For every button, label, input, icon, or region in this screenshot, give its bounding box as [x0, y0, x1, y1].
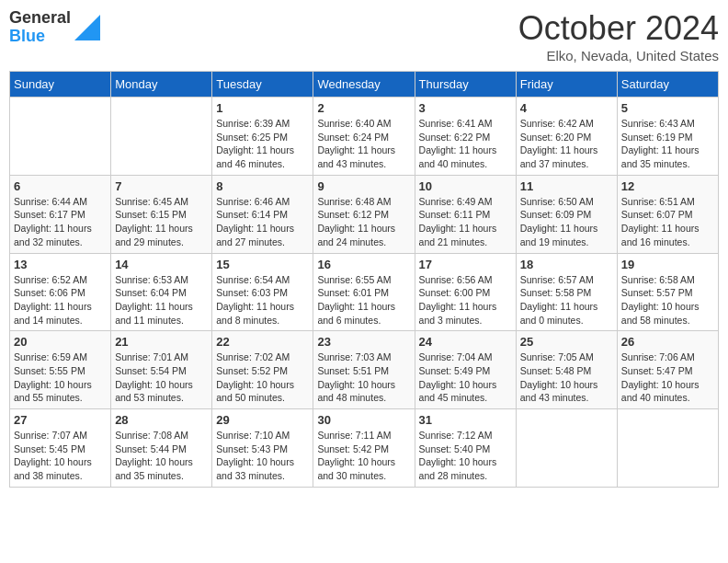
day-info: Sunrise: 6:42 AMSunset: 6:20 PMDaylight:…	[520, 117, 613, 171]
calendar-day-cell: 3Sunrise: 6:41 AMSunset: 6:22 PMDaylight…	[415, 98, 516, 176]
day-number: 3	[419, 101, 512, 115]
day-number: 5	[621, 101, 714, 115]
logo-text: General Blue	[9, 9, 71, 46]
calendar-week-row: 1Sunrise: 6:39 AMSunset: 6:25 PMDaylight…	[10, 98, 719, 176]
day-info: Sunrise: 6:57 AMSunset: 5:58 PMDaylight:…	[520, 273, 613, 327]
logo-general: General	[9, 9, 71, 28]
day-number: 10	[419, 179, 512, 193]
calendar-day-cell: 31Sunrise: 7:12 AMSunset: 5:40 PMDayligh…	[415, 409, 516, 488]
calendar-day-cell: 22Sunrise: 7:02 AMSunset: 5:52 PMDayligh…	[212, 331, 313, 409]
calendar-day-header: Wednesday	[313, 72, 415, 98]
day-info: Sunrise: 6:50 AMSunset: 6:09 PMDaylight:…	[520, 195, 613, 249]
day-info: Sunrise: 6:53 AMSunset: 6:04 PMDaylight:…	[115, 273, 208, 327]
day-number: 9	[317, 179, 410, 193]
day-info: Sunrise: 7:08 AMSunset: 5:44 PMDaylight:…	[115, 429, 208, 483]
day-number: 6	[14, 179, 107, 193]
day-number: 19	[621, 258, 714, 271]
day-number: 23	[317, 335, 410, 349]
calendar-day-cell	[111, 98, 212, 176]
calendar-header-row: SundayMondayTuesdayWednesdayThursdayFrid…	[10, 72, 719, 98]
day-info: Sunrise: 7:01 AMSunset: 5:54 PMDaylight:…	[115, 350, 208, 405]
day-info: Sunrise: 6:41 AMSunset: 6:22 PMDaylight:…	[419, 117, 512, 171]
day-number: 16	[317, 258, 410, 271]
calendar-day-cell: 19Sunrise: 6:58 AMSunset: 5:57 PMDayligh…	[617, 253, 718, 331]
svg-marker-0	[74, 15, 100, 40]
day-info: Sunrise: 7:10 AMSunset: 5:43 PMDaylight:…	[216, 429, 309, 483]
calendar-week-row: 20Sunrise: 6:59 AMSunset: 5:55 PMDayligh…	[10, 331, 719, 409]
day-info: Sunrise: 6:59 AMSunset: 5:55 PMDaylight:…	[14, 350, 107, 405]
day-info: Sunrise: 7:04 AMSunset: 5:49 PMDaylight:…	[419, 350, 512, 405]
calendar-day-cell: 2Sunrise: 6:40 AMSunset: 6:24 PMDaylight…	[313, 98, 415, 176]
calendar-day-cell: 26Sunrise: 7:06 AMSunset: 5:47 PMDayligh…	[617, 331, 718, 409]
calendar-day-cell	[617, 409, 718, 488]
calendar-day-cell: 29Sunrise: 7:10 AMSunset: 5:43 PMDayligh…	[212, 409, 313, 488]
calendar-day-cell: 27Sunrise: 7:07 AMSunset: 5:45 PMDayligh…	[10, 409, 111, 488]
day-info: Sunrise: 6:45 AMSunset: 6:15 PMDaylight:…	[115, 195, 208, 249]
day-info: Sunrise: 6:55 AMSunset: 6:01 PMDaylight:…	[317, 273, 410, 327]
calendar-day-cell	[10, 98, 111, 176]
calendar-day-cell: 18Sunrise: 6:57 AMSunset: 5:58 PMDayligh…	[516, 253, 617, 331]
calendar-day-cell: 28Sunrise: 7:08 AMSunset: 5:44 PMDayligh…	[111, 409, 212, 488]
day-info: Sunrise: 6:40 AMSunset: 6:24 PMDaylight:…	[317, 117, 410, 171]
calendar-day-cell: 15Sunrise: 6:54 AMSunset: 6:03 PMDayligh…	[212, 253, 313, 331]
calendar-week-row: 6Sunrise: 6:44 AMSunset: 6:17 PMDaylight…	[10, 175, 719, 253]
day-number: 20	[14, 335, 107, 349]
day-number: 31	[419, 413, 512, 427]
calendar-day-cell: 25Sunrise: 7:05 AMSunset: 5:48 PMDayligh…	[516, 331, 617, 409]
day-info: Sunrise: 7:02 AMSunset: 5:52 PMDaylight:…	[216, 350, 309, 405]
day-info: Sunrise: 6:49 AMSunset: 6:11 PMDaylight:…	[419, 195, 512, 249]
day-number: 24	[419, 335, 512, 349]
day-info: Sunrise: 6:58 AMSunset: 5:57 PMDaylight:…	[621, 273, 714, 327]
logo-icon	[74, 15, 100, 40]
day-number: 21	[115, 335, 208, 349]
day-number: 25	[520, 335, 613, 349]
calendar-day-cell: 6Sunrise: 6:44 AMSunset: 6:17 PMDaylight…	[10, 175, 111, 253]
day-number: 22	[216, 335, 309, 349]
calendar-week-row: 27Sunrise: 7:07 AMSunset: 5:45 PMDayligh…	[10, 409, 719, 488]
calendar-day-cell	[516, 409, 617, 488]
day-number: 18	[520, 258, 613, 271]
day-number: 8	[216, 179, 309, 193]
day-number: 13	[14, 258, 107, 271]
day-info: Sunrise: 6:46 AMSunset: 6:14 PMDaylight:…	[216, 195, 309, 249]
calendar-day-cell: 11Sunrise: 6:50 AMSunset: 6:09 PMDayligh…	[516, 175, 617, 253]
day-info: Sunrise: 7:11 AMSunset: 5:42 PMDaylight:…	[317, 429, 410, 483]
day-number: 7	[115, 179, 208, 193]
day-info: Sunrise: 7:05 AMSunset: 5:48 PMDaylight:…	[520, 350, 613, 405]
calendar-day-cell: 7Sunrise: 6:45 AMSunset: 6:15 PMDaylight…	[111, 175, 212, 253]
day-info: Sunrise: 6:54 AMSunset: 6:03 PMDaylight:…	[216, 273, 309, 327]
day-number: 28	[115, 413, 208, 427]
day-number: 17	[419, 258, 512, 271]
day-info: Sunrise: 6:43 AMSunset: 6:19 PMDaylight:…	[621, 117, 714, 171]
day-number: 11	[520, 179, 613, 193]
calendar-day-cell: 13Sunrise: 6:52 AMSunset: 6:06 PMDayligh…	[10, 253, 111, 331]
day-info: Sunrise: 6:52 AMSunset: 6:06 PMDaylight:…	[14, 273, 107, 327]
day-info: Sunrise: 7:07 AMSunset: 5:45 PMDaylight:…	[14, 429, 107, 483]
calendar-day-cell: 5Sunrise: 6:43 AMSunset: 6:19 PMDaylight…	[617, 98, 718, 176]
header: General Blue October 2024 Elko, Nevada, …	[9, 9, 719, 63]
calendar-day-cell: 9Sunrise: 6:48 AMSunset: 6:12 PMDaylight…	[313, 175, 415, 253]
calendar-day-cell: 30Sunrise: 7:11 AMSunset: 5:42 PMDayligh…	[313, 409, 415, 488]
day-info: Sunrise: 6:51 AMSunset: 6:07 PMDaylight:…	[621, 195, 714, 249]
calendar-day-cell: 4Sunrise: 6:42 AMSunset: 6:20 PMDaylight…	[516, 98, 617, 176]
day-info: Sunrise: 6:56 AMSunset: 6:00 PMDaylight:…	[419, 273, 512, 327]
location: Elko, Nevada, United States	[518, 48, 719, 63]
calendar-day-cell: 24Sunrise: 7:04 AMSunset: 5:49 PMDayligh…	[415, 331, 516, 409]
day-info: Sunrise: 6:39 AMSunset: 6:25 PMDaylight:…	[216, 117, 309, 171]
calendar-day-header: Tuesday	[212, 72, 313, 98]
day-number: 15	[216, 258, 309, 271]
calendar-day-cell: 1Sunrise: 6:39 AMSunset: 6:25 PMDaylight…	[212, 98, 313, 176]
day-info: Sunrise: 7:06 AMSunset: 5:47 PMDaylight:…	[621, 350, 714, 405]
day-number: 1	[216, 101, 309, 115]
page-container: General Blue October 2024 Elko, Nevada, …	[0, 0, 728, 497]
day-number: 29	[216, 413, 309, 427]
day-info: Sunrise: 6:48 AMSunset: 6:12 PMDaylight:…	[317, 195, 410, 249]
calendar-day-cell: 17Sunrise: 6:56 AMSunset: 6:00 PMDayligh…	[415, 253, 516, 331]
calendar-table: SundayMondayTuesdayWednesdayThursdayFrid…	[9, 71, 719, 488]
calendar-day-header: Thursday	[415, 72, 516, 98]
calendar-day-header: Sunday	[10, 72, 111, 98]
calendar-day-header: Saturday	[617, 72, 718, 98]
logo: General Blue	[9, 9, 100, 46]
month-title: October 2024	[518, 9, 719, 48]
calendar-day-cell: 14Sunrise: 6:53 AMSunset: 6:04 PMDayligh…	[111, 253, 212, 331]
